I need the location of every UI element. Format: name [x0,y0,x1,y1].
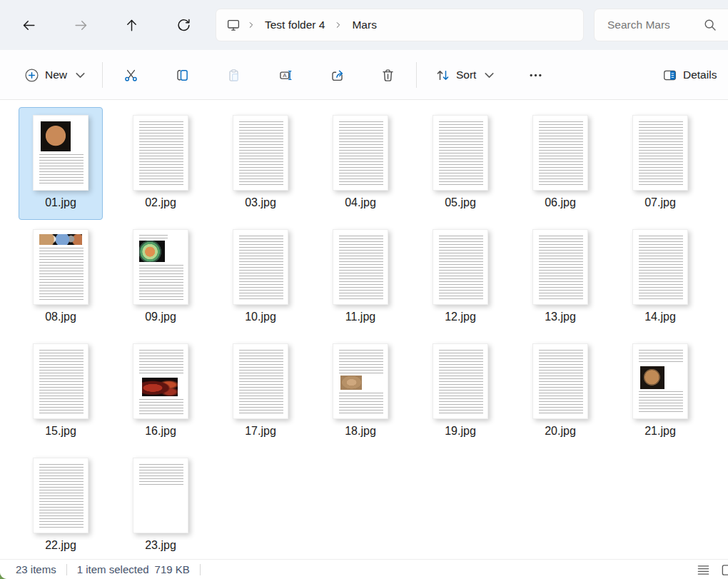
paste-button[interactable] [218,59,249,91]
file-tile[interactable]: 08.jpg [19,221,103,334]
file-tile[interactable]: 06.jpg [518,107,602,220]
file-name-label: 05.jpg [445,196,476,209]
statusbar-separator [66,564,67,575]
statusbar-separator [200,564,201,575]
file-thumbnail [133,343,188,419]
file-name-label: 20.jpg [545,425,576,438]
file-name-label: 13.jpg [545,311,576,323]
rename-button[interactable]: A [270,59,301,91]
file-tile[interactable]: 22.jpg [19,450,103,559]
file-tile[interactable]: 14.jpg [618,221,702,334]
chevron-down-icon [73,68,88,83]
file-name-label: 07.jpg [644,196,676,209]
file-tile[interactable]: 10.jpg [218,221,303,334]
file-thumbnail [233,115,288,191]
file-thumbnail [632,229,688,305]
copy-button[interactable] [166,59,198,91]
file-thumbnail [532,343,588,419]
more-options-button[interactable] [520,59,551,91]
file-tile[interactable]: 21.jpg [618,336,702,448]
thumbnail-text-lines [339,121,383,186]
file-thumbnail [632,343,688,419]
sort-button-label: Sort [456,69,476,81]
file-thumbnail [33,229,89,305]
file-tile[interactable]: 23.jpg [118,450,203,559]
file-name-label: 01.jpg [45,196,76,209]
file-tile[interactable]: 07.jpg [618,107,702,220]
file-tile[interactable]: 13.jpg [518,221,602,334]
command-toolbar: New A Sort [0,50,728,100]
file-thumbnail [133,458,188,533]
file-tile[interactable]: 20.jpg [518,336,602,448]
list-view-icon [697,563,710,577]
delete-button[interactable] [372,59,403,91]
address-bar[interactable]: Test folder 4 Mars [216,9,584,41]
refresh-icon [176,18,191,33]
file-tile[interactable]: 16.jpg [118,336,203,448]
thumbnail-text-lines [639,121,683,186]
thumbnail-text-lines [139,464,183,485]
thumbnail-text-lines [339,350,383,373]
sort-icon [435,68,450,83]
paste-icon [226,68,241,83]
file-tile[interactable]: 01.jpg [19,107,103,220]
thumbnail-image [640,366,664,389]
file-name-label: 12.jpg [445,311,476,323]
list-view-button[interactable] [694,560,712,579]
details-toggle-button[interactable]: Details [655,59,724,91]
thumbnail-text-lines [539,121,583,186]
toolbar-separator [102,62,103,88]
thumbnail-text-lines [439,350,483,414]
file-name-label: 06.jpg [545,196,576,209]
file-tile[interactable]: 11.jpg [318,221,403,334]
file-thumbnail [33,343,89,419]
file-name-label: 23.jpg [145,539,176,552]
delete-icon [380,68,395,83]
file-tile[interactable]: 04.jpg [318,107,403,220]
thumbnail-text-lines [139,350,183,376]
file-name-label: 21.jpg [644,425,676,438]
new-button[interactable]: New [16,59,96,91]
sort-button[interactable]: Sort [427,59,505,91]
file-tile[interactable]: 19.jpg [418,336,502,448]
thumbnail-view-icon [721,563,728,577]
forward-arrow-icon [74,18,89,33]
search-icon[interactable] [703,18,717,35]
rename-icon: A [278,68,293,83]
thumbnail-text-lines [239,236,283,300]
thumbnail-view-button[interactable] [718,560,728,579]
file-tile[interactable]: 12.jpg [418,221,502,334]
up-button[interactable] [118,11,145,39]
file-thumbnail [433,229,488,305]
share-button[interactable] [321,59,353,91]
file-name-label: 09.jpg [145,311,176,323]
file-tile[interactable]: 02.jpg [118,107,203,220]
details-button-label: Details [683,69,717,81]
file-name-label: 10.jpg [245,311,276,323]
file-thumbnail [333,229,388,305]
toolbar-separator [416,62,417,88]
file-tile[interactable]: 05.jpg [418,107,502,220]
refresh-button[interactable] [170,11,197,39]
thumbnail-text-lines [439,121,483,186]
back-button[interactable] [15,11,42,39]
breadcrumb-item-current[interactable]: Mars [345,13,383,37]
forward-button[interactable] [67,11,94,39]
cut-button[interactable] [115,59,146,91]
breadcrumb-item-parent[interactable]: Test folder 4 [258,13,332,37]
file-tile[interactable]: 17.jpg [218,336,303,448]
file-tile[interactable]: 18.jpg [318,336,403,448]
thumbnail-text-lines [239,121,283,186]
share-icon [330,68,345,83]
thumbnail-text-lines [139,265,183,300]
file-tile[interactable]: 09.jpg [118,221,203,334]
ellipsis-icon [528,68,543,83]
file-name-label: 03.jpg [245,196,276,209]
file-tile[interactable]: 15.jpg [19,336,103,448]
thumbnail-text-lines [539,350,583,414]
chevron-right-icon [246,20,256,30]
status-bar: 23 items 1 item selected 719 KB [0,559,728,579]
file-tile[interactable]: 03.jpg [218,107,303,220]
file-thumbnail [233,343,288,419]
thumbnail-text-lines [639,391,683,414]
